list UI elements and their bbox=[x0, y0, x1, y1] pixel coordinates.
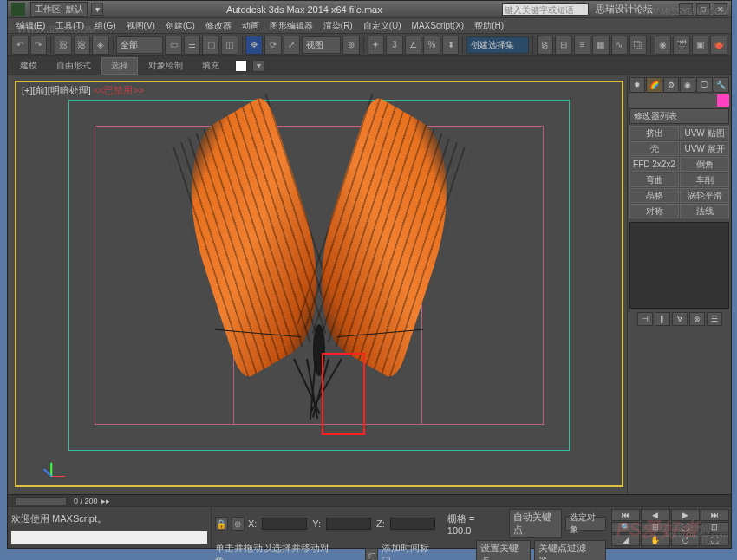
percent-snap-button[interactable]: % bbox=[423, 36, 440, 55]
pin-stack-icon[interactable]: ⊣ bbox=[637, 312, 653, 326]
render-setup-button[interactable]: 🎬 bbox=[673, 36, 690, 55]
pivot-button[interactable]: ⊕ bbox=[342, 36, 360, 55]
maxscript-listener[interactable]: 欢迎使用 MAXScript。 bbox=[8, 507, 212, 548]
add-time-tag[interactable]: 添加时间标记 bbox=[382, 542, 437, 560]
fov-icon[interactable]: ◢ bbox=[611, 534, 640, 546]
goto-start-icon[interactable]: ⏮ bbox=[611, 509, 640, 521]
menu-help[interactable]: 帮助(H) bbox=[469, 20, 509, 32]
select-name-button[interactable]: ☰ bbox=[184, 36, 201, 55]
zoom-all-icon[interactable]: ⊞ bbox=[641, 522, 669, 534]
link-button[interactable]: ⛓ bbox=[55, 36, 72, 55]
z-field[interactable] bbox=[390, 518, 435, 530]
select-region-button[interactable]: ▢ bbox=[202, 36, 219, 55]
x-field[interactable] bbox=[262, 518, 307, 530]
ref-coord-dropdown[interactable]: 视图 bbox=[302, 36, 341, 54]
zoom-icon[interactable]: 🔍 bbox=[611, 522, 640, 534]
modify-tab-icon[interactable]: 🌈 bbox=[646, 77, 662, 93]
tab-selection[interactable]: 选择 bbox=[101, 57, 138, 75]
mod-turbosmooth[interactable]: 涡轮平滑 bbox=[680, 188, 729, 203]
prev-frame-icon[interactable]: ◀ bbox=[641, 509, 669, 521]
viewport-front[interactable]: [+][前][明暗处理] <<已禁用>> bbox=[15, 81, 623, 487]
ribbon-color-swatch[interactable] bbox=[235, 60, 247, 72]
help-search-input[interactable]: 键入关键字或短语 bbox=[502, 3, 589, 16]
goto-end-icon[interactable]: ⏭ bbox=[701, 509, 729, 521]
mod-symmetry[interactable]: 对称 bbox=[629, 204, 679, 218]
selection-box[interactable] bbox=[322, 353, 365, 435]
scale-button[interactable]: ⤢ bbox=[284, 36, 301, 55]
create-tab-icon[interactable]: ✹ bbox=[629, 77, 645, 93]
tab-object-paint[interactable]: 对象绘制 bbox=[140, 58, 192, 74]
mod-uvwmap[interactable]: UVW 贴图 bbox=[680, 126, 729, 140]
tab-modeling[interactable]: 建模 bbox=[11, 58, 46, 74]
hierarchy-tab-icon[interactable]: ⚙ bbox=[663, 77, 679, 93]
menu-group[interactable]: 组(G) bbox=[89, 20, 121, 32]
menu-create[interactable]: 创建(C) bbox=[160, 20, 200, 32]
layers-button[interactable]: ≡ bbox=[574, 36, 591, 55]
modifier-stack[interactable] bbox=[629, 222, 729, 309]
play-icon[interactable]: ▶ bbox=[671, 509, 700, 521]
select-object-button[interactable]: ▭ bbox=[165, 36, 182, 55]
maximize-button[interactable]: □ bbox=[696, 3, 710, 16]
material-editor-button[interactable]: ◉ bbox=[655, 36, 672, 55]
ribbon-toggle-button[interactable]: ▦ bbox=[592, 36, 610, 55]
mod-lathe[interactable]: 车削 bbox=[680, 173, 729, 187]
mirror-button[interactable]: ⧎ bbox=[537, 36, 554, 55]
timeline[interactable]: 0 / 200 ▸▸ bbox=[8, 494, 731, 506]
workspace-arrow-icon[interactable]: ▾ bbox=[91, 3, 103, 16]
orbit-icon[interactable]: ⭯ bbox=[671, 534, 700, 546]
window-crossing-button[interactable]: ◫ bbox=[221, 36, 238, 55]
manipulate-button[interactable]: ✦ bbox=[368, 36, 385, 55]
pan-icon[interactable]: ✋ bbox=[641, 534, 669, 546]
y-field[interactable] bbox=[326, 518, 371, 530]
tab-populate[interactable]: 填充 bbox=[193, 58, 228, 74]
minimize-button[interactable]: — bbox=[679, 3, 693, 16]
mod-ffd[interactable]: FFD 2x2x2 bbox=[629, 157, 679, 172]
mod-bevel[interactable]: 倒角 bbox=[680, 157, 729, 172]
display-tab-icon[interactable]: 🖵 bbox=[696, 77, 712, 93]
mod-lattice[interactable]: 晶格 bbox=[629, 188, 679, 203]
menu-views[interactable]: 视图(V) bbox=[121, 20, 160, 32]
menu-animation[interactable]: 动画 bbox=[237, 20, 264, 32]
spinner-snap-button[interactable]: ⬍ bbox=[442, 36, 460, 55]
viewport-label[interactable]: [+][前][明暗处理] <<已禁用>> bbox=[22, 84, 144, 97]
ribbon-expand-icon[interactable]: ▾ bbox=[252, 60, 264, 72]
menu-graph[interactable]: 图形编辑器 bbox=[264, 20, 318, 32]
utilities-tab-icon[interactable]: 🔧 bbox=[714, 77, 729, 93]
mod-shell[interactable]: 壳 bbox=[629, 141, 679, 156]
menu-tools[interactable]: 工具(T) bbox=[50, 20, 89, 32]
zoom-extents-all-icon[interactable]: ⊡ bbox=[701, 522, 729, 534]
angle-snap-button[interactable]: ∠ bbox=[405, 36, 422, 55]
remove-modifier-icon[interactable]: ⊗ bbox=[689, 312, 705, 326]
menu-modifiers[interactable]: 修改器 bbox=[200, 20, 237, 32]
object-color-swatch[interactable] bbox=[717, 94, 729, 107]
mod-uvwunwrap[interactable]: UVW 展开 bbox=[680, 141, 729, 156]
configure-sets-icon[interactable]: ☰ bbox=[707, 312, 722, 326]
unlink-button[interactable]: ⛓ bbox=[74, 36, 91, 55]
close-button[interactable]: ✕ bbox=[714, 3, 727, 16]
move-button[interactable]: ✥ bbox=[245, 36, 263, 55]
menu-render[interactable]: 渲染(R) bbox=[318, 20, 358, 32]
time-slider[interactable] bbox=[15, 497, 67, 505]
named-selection-set[interactable]: 创建选择集 bbox=[466, 36, 528, 54]
undo-button[interactable]: ↶ bbox=[11, 36, 29, 55]
mod-extrude[interactable]: 挤出 bbox=[629, 126, 679, 140]
curve-editor-button[interactable]: ∿ bbox=[611, 36, 629, 55]
mod-normal[interactable]: 法线 bbox=[680, 204, 729, 218]
render-button[interactable]: 🫖 bbox=[710, 36, 727, 55]
selection-filter[interactable]: 全部 bbox=[116, 36, 163, 54]
zoom-extents-icon[interactable]: ⛶ bbox=[671, 522, 700, 534]
setkey-button[interactable]: 设置关键点 bbox=[476, 540, 531, 560]
redo-button[interactable]: ↷ bbox=[30, 36, 48, 55]
tab-freeform[interactable]: 自由形式 bbox=[48, 58, 100, 74]
bind-button[interactable]: ◈ bbox=[92, 36, 109, 55]
maximize-viewport-icon[interactable]: ⛶ bbox=[701, 534, 729, 546]
render-frame-button[interactable]: ▣ bbox=[692, 36, 709, 55]
keyfilters-button[interactable]: 关键点过滤器... bbox=[534, 540, 606, 560]
menu-customize[interactable]: 自定义(U) bbox=[358, 20, 407, 32]
mod-bend[interactable]: 弯曲 bbox=[629, 173, 679, 187]
timeline-scroll-icon[interactable]: ▸▸ bbox=[101, 497, 110, 505]
abs-transform-icon[interactable]: ⊕ bbox=[232, 517, 245, 531]
key-filter-dropdown[interactable]: 选定对象 bbox=[565, 517, 606, 531]
time-tag-icon[interactable]: 🏷 bbox=[365, 548, 379, 560]
model-butterfly[interactable] bbox=[163, 99, 475, 428]
